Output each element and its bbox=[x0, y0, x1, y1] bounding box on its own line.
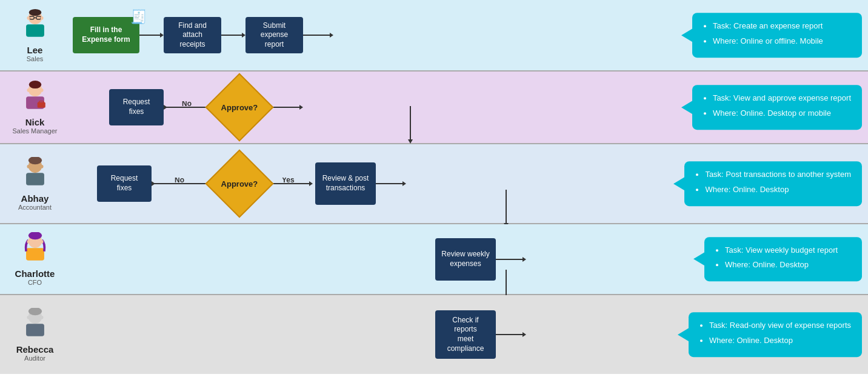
lane-abhay: Abhay Accountant Requestfixes No App bbox=[0, 144, 868, 224]
svg-point-5 bbox=[28, 8, 41, 15]
charlotte-callout: Task: View weekly budget report Where: O… bbox=[704, 237, 862, 282]
lane-rebecca: Rebecca Auditor Check ifreportsmeet comp… bbox=[0, 295, 868, 374]
abhay-request-fixes-label: Requestfixes bbox=[111, 174, 138, 193]
lane1-flow: 🧾 Fill in theExpense form Find andattach… bbox=[70, 1, 868, 70]
lee-name: Lee bbox=[27, 45, 43, 55]
lee-callout: Task: Create an expense report Where: On… bbox=[692, 13, 862, 58]
svg-point-56 bbox=[40, 316, 43, 319]
abhay-name: Abhay bbox=[21, 193, 49, 204]
svg-marker-34 bbox=[152, 181, 155, 186]
actor-lee: Lee Sales bbox=[0, 4, 70, 67]
abhay-approve-label: Approve? bbox=[221, 179, 258, 188]
rebecca-arrow-callout bbox=[496, 328, 526, 341]
check-compliance-label: Check ifreportsmeet compliance bbox=[441, 316, 490, 353]
rebecca-callout-item2: Where: Online. Desktop bbox=[709, 335, 851, 347]
review-weekly-box: Review weeklyexpenses bbox=[435, 238, 496, 281]
svg-point-6 bbox=[27, 16, 30, 20]
svg-rect-44 bbox=[26, 248, 44, 261]
arrow2 bbox=[221, 29, 245, 41]
abhay-callout-item1: Task: Post transactions to another syste… bbox=[705, 168, 851, 181]
svg-point-32 bbox=[40, 165, 43, 168]
svg-point-16 bbox=[28, 81, 41, 88]
arrow3 bbox=[303, 29, 333, 41]
lee-role: Sales bbox=[27, 55, 44, 62]
lane-nick: Nick Sales Manager Requestfixes No A bbox=[0, 72, 868, 144]
actor-nick: Nick Sales Manager bbox=[0, 76, 70, 139]
abhay-role: Accountant bbox=[18, 204, 52, 211]
svg-point-46 bbox=[27, 240, 30, 244]
find-attach-box: Find andattach receipts bbox=[164, 17, 221, 53]
review-post-label: Review & posttransactions bbox=[322, 174, 369, 193]
svg-point-55 bbox=[27, 316, 30, 319]
yes-arrow-abhay: Yes bbox=[267, 178, 315, 190]
find-attach-label: Find andattach receipts bbox=[170, 21, 215, 50]
rebecca-callout: Task: Read-only view of expense reports … bbox=[689, 312, 862, 357]
svg-marker-58 bbox=[522, 332, 526, 337]
no-arrow-abhay: No bbox=[152, 178, 212, 190]
charlotte-callout-item2: Where: Online. Desktop bbox=[725, 259, 851, 272]
nick-approve-diamond: Approve? Yes↓ bbox=[212, 80, 267, 135]
lane5-flow: Check ifreportsmeet compliance Task: Rea… bbox=[70, 295, 868, 374]
svg-text:No: No bbox=[175, 178, 184, 184]
svg-marker-49 bbox=[522, 257, 526, 262]
abhay-avatar bbox=[18, 157, 52, 191]
svg-marker-13 bbox=[330, 33, 333, 38]
svg-marker-22 bbox=[164, 105, 167, 110]
svg-point-17 bbox=[27, 88, 30, 92]
svg-point-7 bbox=[40, 16, 43, 20]
lane4-flow: Review weeklyexpenses Task: View weekly … bbox=[70, 224, 868, 294]
svg-point-47 bbox=[40, 240, 43, 244]
svg-point-31 bbox=[27, 165, 30, 168]
charlotte-arrow-callout bbox=[496, 253, 526, 265]
abhay-approve-diamond: Approve? bbox=[212, 156, 267, 211]
svg-marker-25 bbox=[299, 105, 303, 110]
abhay-arrow-callout bbox=[376, 178, 406, 190]
review-weekly-label: Review weeklyexpenses bbox=[441, 250, 489, 268]
svg-text:Yes: Yes bbox=[282, 178, 295, 184]
check-compliance-box: Check ifreportsmeet compliance bbox=[435, 310, 496, 359]
yes-down-arrow-nick bbox=[409, 106, 412, 142]
abhay-callout-item2: Where: Online. Desktop bbox=[705, 184, 851, 196]
nick-avatar bbox=[18, 81, 52, 115]
lee-avatar bbox=[18, 8, 52, 42]
actor-charlotte: Charlotte CFO bbox=[0, 227, 70, 291]
svg-rect-29 bbox=[26, 173, 44, 185]
nick-role: Sales Manager bbox=[13, 127, 58, 135]
diagram: Lee Sales 🧾 Fill in theExpense form Find… bbox=[0, 0, 868, 374]
nick-callout: Task: View and approve expense report Wh… bbox=[692, 85, 862, 130]
nick-request-fixes-label: Requestfixes bbox=[123, 98, 150, 116]
submit-report-label: Submitexpense report bbox=[252, 21, 297, 50]
actor-rebecca: Rebecca Auditor bbox=[0, 303, 70, 367]
svg-marker-40 bbox=[402, 181, 406, 186]
submit-report-box: Submitexpense report bbox=[245, 17, 303, 53]
nick-approve-label: Approve? bbox=[221, 102, 258, 112]
rebecca-role: Auditor bbox=[24, 355, 45, 362]
lane2-flow: Requestfixes No Approve? Yes↓ bbox=[70, 73, 868, 142]
charlotte-avatar bbox=[18, 232, 52, 266]
rebecca-avatar bbox=[18, 308, 52, 342]
charlotte-callout-item1: Task: View weekly budget report bbox=[725, 244, 851, 257]
arrow1 bbox=[139, 29, 164, 41]
lee-callout-item1: Task: Create an expense report bbox=[713, 20, 851, 33]
down-arrow-abhay-charlotte bbox=[505, 190, 507, 226]
fill-expense-label: Fill in theExpense form bbox=[82, 25, 130, 44]
lee-callout-item2: Where: Online or offline. Mobile bbox=[713, 35, 851, 48]
svg-marker-37 bbox=[309, 181, 313, 186]
svg-point-18 bbox=[40, 88, 43, 92]
fill-expense-form-box: 🧾 Fill in theExpense form bbox=[73, 17, 139, 53]
lane3-flow: Requestfixes No Approve? bbox=[70, 144, 868, 223]
actor-abhay: Abhay Accountant bbox=[0, 152, 70, 216]
svg-rect-1 bbox=[26, 24, 44, 37]
abhay-request-fixes-box: Requestfixes bbox=[97, 165, 152, 202]
nick-callout-item1: Task: View and approve expense report bbox=[713, 92, 851, 105]
charlotte-name: Charlotte bbox=[15, 268, 55, 279]
svg-text:No: No bbox=[182, 101, 192, 108]
rebecca-callout-item1: Task: Read-only view of expense reports bbox=[709, 319, 851, 332]
svg-rect-53 bbox=[26, 324, 44, 336]
charlotte-role: CFO bbox=[28, 279, 42, 286]
nick-name: Nick bbox=[25, 117, 45, 127]
lane-charlotte: Charlotte CFO Review weeklyexpenses bbox=[0, 224, 868, 295]
svg-marker-27 bbox=[408, 139, 413, 144]
nick-callout-item2: Where: Online. Desktop or mobile bbox=[713, 107, 851, 120]
nick-request-fixes-box: Requestfixes bbox=[109, 89, 164, 125]
